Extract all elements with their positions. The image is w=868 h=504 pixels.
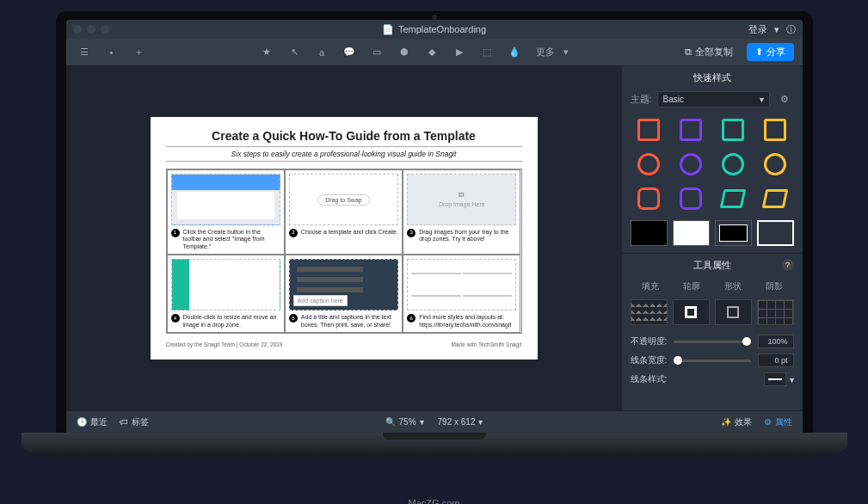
stamp-tool-icon[interactable]: ⬢	[395, 43, 414, 62]
help-icon[interactable]: ?	[782, 259, 794, 271]
properties-sidebar: 快速样式 主题: Basic ▾ ⚙	[622, 66, 803, 410]
callout-tool-icon[interactable]: 💬	[340, 43, 359, 62]
fill-white[interactable]	[673, 220, 710, 246]
share-icon: ⬆	[755, 46, 763, 58]
fill-swatches	[622, 220, 803, 253]
shape-picker[interactable]	[715, 299, 752, 325]
move-tool-icon[interactable]: ▶	[450, 43, 469, 62]
zoom-control[interactable]: 🔍75%▾	[385, 417, 424, 427]
clock-icon: 🕒	[77, 417, 87, 427]
close-icon[interactable]	[73, 25, 82, 34]
search-icon: 🔍	[385, 417, 396, 427]
step-caption: Add a title and captions in the text box…	[301, 314, 398, 329]
maximize-icon[interactable]	[101, 25, 109, 34]
share-button[interactable]: ⬆ 分享	[747, 43, 794, 61]
favorite-tool-icon[interactable]: ★	[257, 43, 276, 62]
style-square-orange[interactable]	[631, 115, 668, 144]
dimensions-control[interactable]: 792 x 612▾	[438, 417, 483, 427]
line-style-picker[interactable]	[764, 372, 786, 386]
style-square-teal[interactable]	[715, 115, 752, 144]
chevron-down-icon: ▾	[478, 417, 483, 427]
tab-shape[interactable]: 形状	[713, 277, 753, 296]
blur-tool-icon[interactable]: 💧	[505, 43, 524, 62]
info-icon[interactable]: ⓘ	[786, 23, 796, 36]
effects-button[interactable]: ✨效果	[721, 416, 752, 428]
chevron-down-icon[interactable]: ▾	[563, 46, 569, 58]
step-thumbnail[interactable]: Add caption here	[289, 259, 398, 310]
tab-shadow[interactable]: 阴影	[754, 277, 794, 296]
tab-fill[interactable]: 填充	[631, 277, 670, 296]
watermark: MacZG.com	[409, 498, 460, 504]
shape-tool-icon[interactable]: ▭	[367, 43, 386, 62]
chevron-down-icon: ▾	[420, 417, 424, 427]
tags-button[interactable]: 🏷标签	[120, 416, 149, 428]
recent-button[interactable]: 🕒最近	[77, 416, 108, 428]
drop-zone[interactable]: 🖼Drop Image Here	[407, 174, 516, 225]
canvas-area[interactable]: Create a Quick How-To Guide from a Templ…	[66, 66, 622, 410]
text-tool-icon[interactable]: a	[312, 43, 331, 62]
selection-tool-icon[interactable]: ⬚	[477, 43, 496, 62]
more-tools[interactable]: 更多	[536, 46, 555, 58]
copy-all-button[interactable]: ⧉ 全部复制	[678, 43, 740, 61]
copy-icon: ⧉	[685, 46, 692, 58]
shadow-picker[interactable]	[757, 299, 794, 325]
outline-picker[interactable]	[673, 299, 710, 325]
step-thumbnail[interactable]	[171, 259, 280, 310]
style-circle-orange[interactable]	[631, 150, 668, 179]
fill-tool-icon[interactable]: ◆	[422, 43, 441, 62]
style-circle-teal[interactable]	[715, 150, 752, 179]
doc-title: Create a Quick How-To Guide from a Templ…	[166, 129, 522, 143]
document[interactable]: Create a Quick How-To Guide from a Templ…	[151, 117, 538, 360]
style-para-yellow[interactable]	[757, 184, 794, 213]
line-width-value[interactable]: 0 pt	[758, 353, 794, 367]
theme-label: 主题:	[631, 93, 652, 106]
step-thumbnail[interactable]	[407, 259, 516, 310]
opacity-value[interactable]: 100%	[758, 335, 794, 348]
chevron-down-icon: ▾	[760, 95, 764, 104]
doc-footer-right: Made with TechSmith Snagit	[452, 341, 522, 347]
style-square-purple[interactable]	[673, 115, 710, 144]
style-circle-yellow[interactable]	[757, 150, 794, 179]
tab-outline[interactable]: 轮廓	[672, 277, 711, 296]
style-roundsq-purple[interactable]	[673, 184, 710, 213]
style-roundsq-orange[interactable]	[631, 184, 668, 213]
gear-icon[interactable]: ⚙	[775, 89, 794, 108]
step-cell: 4Double-click to resize and move an imag…	[167, 255, 285, 333]
fill-black[interactable]	[631, 220, 668, 246]
window-title: TemplateOnboarding	[398, 24, 486, 34]
window-controls[interactable]	[73, 25, 109, 34]
step-cell: 6Find more styles and layouts at: https:…	[403, 255, 520, 333]
line-width-slider[interactable]	[674, 360, 750, 362]
step-thumbnail[interactable]	[289, 174, 398, 225]
step-caption: Click the Create button in the toolbar a…	[183, 229, 280, 250]
fill-picker[interactable]	[631, 299, 668, 325]
quick-styles-title: 快速样式	[622, 66, 803, 89]
step-thumbnail[interactable]	[171, 174, 280, 225]
fill-outline-dark[interactable]	[715, 220, 752, 246]
step-cell: Add caption here 5Add a title and captio…	[285, 255, 403, 333]
opacity-slider[interactable]	[674, 341, 750, 343]
doc-subtitle: Six steps to easily create a professiona…	[166, 146, 522, 162]
tool-properties-title: 工具属性 ?	[622, 253, 803, 277]
dot-icon[interactable]: •	[102, 43, 121, 62]
step-caption: Double-click to resize and move an image…	[183, 314, 280, 329]
step-caption: Find more styles and layouts at: https:/…	[419, 314, 516, 329]
style-para-teal[interactable]	[715, 184, 752, 213]
theme-select[interactable]: Basic ▾	[657, 91, 770, 108]
doc-footer-left: Created by the Snagit Team | October 22,…	[166, 341, 283, 347]
chevron-down-icon[interactable]: ▾	[790, 375, 794, 384]
style-square-yellow[interactable]	[757, 115, 794, 144]
style-circle-purple[interactable]	[673, 150, 710, 179]
minimize-icon[interactable]	[87, 25, 95, 34]
step-caption: Choose a template and click Create.	[301, 229, 398, 237]
properties-button[interactable]: ⚙属性	[764, 416, 792, 428]
chevron-down-icon[interactable]: ▾	[774, 24, 779, 35]
step-cell: 1Click the Create button in the toolbar …	[167, 169, 285, 255]
arrow-tool-icon[interactable]: ↖	[285, 43, 304, 62]
fill-outline-light[interactable]	[757, 220, 794, 246]
login-link[interactable]: 登录	[748, 23, 767, 36]
line-style-row: 线条样式: ▾	[622, 370, 803, 389]
statusbar: 🕒最近 🏷标签 🔍75%▾ 792 x 612▾ ✨效果 ⚙属性	[66, 410, 803, 433]
add-icon[interactable]: ＋	[130, 43, 149, 62]
menu-icon[interactable]: ☰	[75, 43, 94, 62]
